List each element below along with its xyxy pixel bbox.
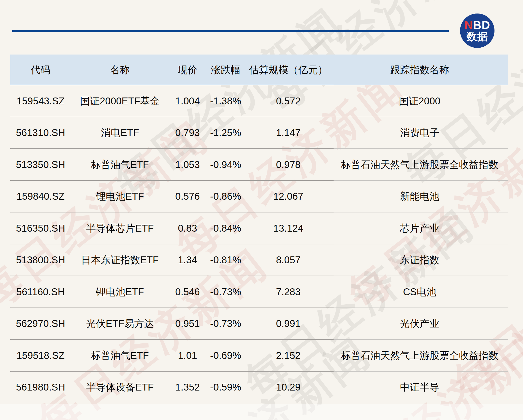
- cell-price: 1.01: [169, 350, 206, 361]
- nbd-logo-text: NBD: [465, 19, 490, 31]
- table-row: 561980.SH半导体设备ETF1.352-0.59%10.29中证半导: [10, 371, 508, 403]
- cell-scale: 0.991: [245, 318, 331, 329]
- header-code: 代码: [10, 64, 71, 76]
- cell-name: 标普油气ETF: [71, 159, 169, 170]
- cell-change: -1.25%: [206, 127, 245, 139]
- header-name: 名称: [71, 64, 169, 76]
- cell-code: 516350.SH: [10, 222, 71, 234]
- cell-index: 标普石油天然气上游股票全收益指数: [331, 159, 508, 170]
- cell-change: -0.86%: [206, 190, 245, 202]
- bottom-highlight-band: [0, 404, 523, 420]
- cell-scale: 2.152: [245, 350, 331, 361]
- cell-name: 锂电池ETF: [71, 190, 169, 202]
- header-change: 涨跌幅: [206, 64, 245, 76]
- cell-code: 513350.SH: [10, 159, 71, 170]
- table-row: 159518.SZ标普油气ETF1.01-0.69%2.152标普石油天然气上游…: [10, 339, 508, 371]
- cell-name: 半导体设备ETF: [71, 381, 169, 393]
- cell-price: 0.793: [169, 127, 206, 139]
- table-row: 159840.SZ锂电池ETF0.576-0.86%12.067新能电池: [10, 180, 508, 212]
- cell-name: 消电ETF: [71, 127, 169, 139]
- cell-change: -0.81%: [206, 254, 245, 266]
- table-row: 561310.SH消电ETF0.793-1.25%1.147消费电子: [10, 117, 508, 149]
- cell-price: 0.83: [169, 222, 206, 234]
- cell-index: 新能电池: [331, 190, 508, 202]
- etf-infographic: 每日经济新闻每日经济新闻每日经济新闻每日经济新闻每日经济新闻每日经济新闻每日经济…: [0, 0, 523, 420]
- cell-code: 561980.SH: [10, 381, 71, 393]
- cell-scale: 0.978: [245, 159, 331, 170]
- nbd-logo-letter-n: N: [465, 18, 473, 31]
- cell-index: 东证指数: [331, 254, 508, 266]
- cell-code: 513800.SH: [10, 254, 71, 266]
- cell-scale: 0.572: [245, 95, 331, 107]
- cell-price: 1.34: [169, 254, 206, 266]
- table-row: 561160.SH锂电池ETF0.546-0.73%7.283CS电池: [10, 276, 508, 308]
- cell-scale: 13.124: [245, 222, 331, 234]
- cell-change: -0.84%: [206, 222, 245, 234]
- nbd-logo-subtext: 数据: [466, 31, 488, 42]
- cell-index: 中证半导: [331, 381, 508, 393]
- cell-code: 561160.SH: [10, 286, 71, 298]
- cell-scale: 7.283: [245, 286, 331, 298]
- cell-change: -0.69%: [206, 350, 245, 361]
- cell-change: -1.38%: [206, 95, 245, 107]
- table-row: 513350.SH标普油气ETF1.053-0.94%0.978标普石油天然气上…: [10, 148, 508, 180]
- cell-name: 标普油气ETF: [71, 350, 169, 361]
- etf-table-header-row: 代码名称现价涨跌幅估算规模（亿元）跟踪指数名称: [10, 55, 508, 85]
- cell-change: -0.94%: [206, 159, 245, 170]
- cell-code: 159518.SZ: [10, 350, 71, 361]
- etf-table: 代码名称现价涨跌幅估算规模（亿元）跟踪指数名称 159543.SZ国证2000E…: [10, 55, 508, 403]
- cell-price: 0.546: [169, 286, 206, 298]
- table-row: 159543.SZ国证2000ETF基金1.004-1.38%0.572国证20…: [10, 85, 508, 117]
- cell-name: 日本东证指数ETF: [71, 254, 169, 266]
- cell-price: 1.004: [169, 95, 206, 107]
- header-price: 现价: [169, 64, 206, 76]
- cell-code: 159840.SZ: [10, 190, 71, 202]
- cell-index: 国证2000: [331, 95, 508, 107]
- cell-index: 光伏产业: [331, 318, 508, 329]
- cell-name: 半导体芯片ETF: [71, 222, 169, 234]
- cell-price: 1.352: [169, 381, 206, 393]
- cell-change: -0.73%: [206, 286, 245, 298]
- cell-price: 1.053: [169, 159, 206, 170]
- cell-index: 芯片产业: [331, 222, 508, 234]
- cell-name: 光伏ETF易方达: [71, 318, 169, 329]
- cell-price: 0.576: [169, 190, 206, 202]
- cell-change: -0.59%: [206, 381, 245, 393]
- cell-change: -0.73%: [206, 318, 245, 329]
- nbd-logo-letters-bd: BD: [473, 18, 490, 31]
- nbd-data-logo: NBD 数据: [460, 14, 494, 48]
- cell-code: 561310.SH: [10, 127, 71, 139]
- cell-code: 159543.SZ: [10, 95, 71, 107]
- table-row: 516350.SH半导体芯片ETF0.83-0.84%13.124芯片产业: [10, 212, 508, 244]
- top-divider-line: [12, 30, 449, 32]
- etf-table-body: 159543.SZ国证2000ETF基金1.004-1.38%0.572国证20…: [10, 85, 508, 403]
- cell-name: 锂电池ETF: [71, 286, 169, 298]
- table-row: 513800.SH日本东证指数ETF1.34-0.81%8.057东证指数: [10, 244, 508, 276]
- table-row: 562970.SH光伏ETF易方达0.951-0.73%0.991光伏产业: [10, 308, 508, 339]
- cell-scale: 1.147: [245, 127, 331, 139]
- cell-index: 消费电子: [331, 127, 508, 139]
- cell-scale: 8.057: [245, 254, 331, 266]
- cell-code: 562970.SH: [10, 318, 71, 329]
- header-index: 跟踪指数名称: [331, 64, 508, 76]
- cell-index: CS电池: [331, 286, 508, 298]
- cell-scale: 12.067: [245, 190, 331, 202]
- header-scale: 估算规模（亿元）: [245, 64, 331, 76]
- cell-index: 标普石油天然气上游股票全收益指数: [331, 350, 508, 361]
- cell-name: 国证2000ETF基金: [71, 95, 169, 107]
- cell-scale: 10.29: [245, 381, 331, 393]
- cell-price: 0.951: [169, 318, 206, 329]
